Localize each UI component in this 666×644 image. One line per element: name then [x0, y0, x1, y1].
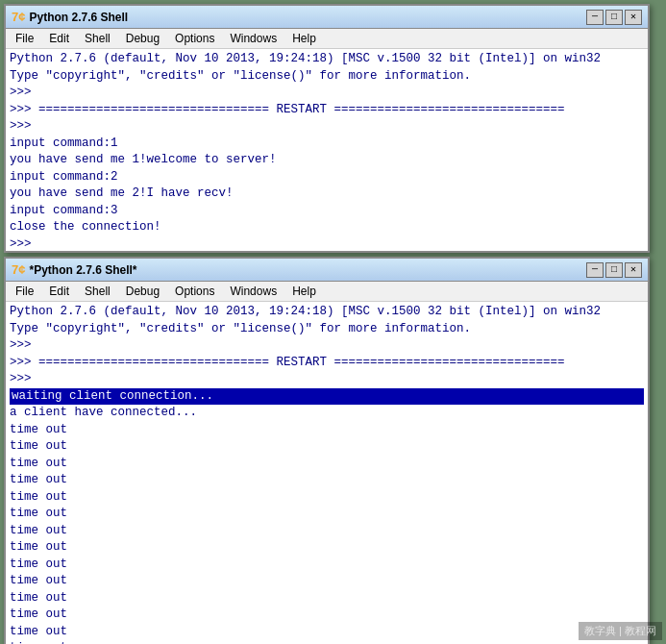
console-line: >>> — [10, 236, 644, 252]
menu-debug-2[interactable]: Debug — [118, 283, 167, 300]
console-output-2: Python 2.7.6 (default, Nov 10 2013, 19:2… — [6, 302, 648, 644]
title-bar-1[interactable]: 7¢ Python 2.7.6 Shell ─ □ ✕ — [6, 6, 648, 29]
menu-options-2[interactable]: Options — [167, 283, 222, 300]
console-line: time out — [10, 438, 644, 456]
menu-debug-1[interactable]: Debug — [118, 30, 167, 47]
menu-help-2[interactable]: Help — [284, 283, 324, 300]
menu-bar-1: File Edit Shell Debug Options Windows He… — [6, 29, 648, 49]
window-1-title-text: Python 2.7.6 Shell — [29, 11, 128, 24]
title-bar-2[interactable]: 7¢ *Python 2.7.6 Shell* ─ □ ✕ — [6, 259, 648, 282]
menu-edit-1[interactable]: Edit — [41, 30, 77, 47]
window-2-controls: ─ □ ✕ — [586, 262, 642, 278]
console-line: input command:3 — [10, 203, 644, 220]
python-icon-2: 7¢ — [12, 262, 25, 277]
console-line: time out — [10, 573, 644, 590]
menu-windows-2[interactable]: Windows — [222, 283, 284, 300]
console-output-1: Python 2.7.6 (default, Nov 10 2013, 19:2… — [6, 49, 648, 251]
console-line: time out — [10, 422, 644, 439]
close-button-2[interactable]: ✕ — [625, 262, 642, 278]
console-line: >>> — [10, 371, 644, 388]
console-line: >>> — [10, 337, 644, 355]
python-icon-1: 7¢ — [12, 10, 25, 24]
console-line: input command:2 — [10, 169, 644, 186]
console-line: time out — [10, 607, 644, 624]
console-line: input command:1 — [10, 136, 644, 153]
console-line: time out — [10, 489, 644, 507]
menu-help-1[interactable]: Help — [284, 30, 324, 47]
window-1: 7¢ Python 2.7.6 Shell ─ □ ✕ File Edit Sh… — [4, 4, 650, 253]
console-line: time out — [10, 557, 644, 574]
menu-file-1[interactable]: File — [8, 30, 41, 47]
console-line: time out — [10, 640, 644, 644]
menu-edit-2[interactable]: Edit — [41, 283, 77, 300]
console-line: time out — [10, 523, 644, 540]
console-line: time out — [10, 590, 644, 607]
minimize-button-1[interactable]: ─ — [586, 10, 604, 25]
console-line: time out — [10, 456, 644, 473]
console-line: Python 2.7.6 (default, Nov 10 2013, 19:2… — [10, 51, 644, 68]
menu-shell-2[interactable]: Shell — [77, 283, 118, 300]
menu-shell-1[interactable]: Shell — [77, 30, 118, 47]
console-line: >>> ================================ RES… — [10, 355, 644, 372]
maximize-button-1[interactable]: □ — [605, 10, 623, 25]
console-line: you have send me 1!welcome to server! — [10, 152, 644, 169]
console-line: time out — [10, 539, 644, 557]
console-line: >>> — [10, 118, 644, 136]
window-1-title: 7¢ Python 2.7.6 Shell — [12, 10, 128, 24]
console-line: close the connection! — [10, 219, 644, 236]
console-line: waiting client connection... — [10, 388, 644, 406]
window-2-title: 7¢ *Python 2.7.6 Shell* — [12, 262, 137, 277]
menu-options-1[interactable]: Options — [167, 30, 222, 47]
menu-windows-1[interactable]: Windows — [222, 30, 284, 47]
window-2: 7¢ *Python 2.7.6 Shell* ─ □ ✕ File Edit … — [4, 257, 650, 644]
console-line: time out — [10, 506, 644, 523]
console-line: >>> — [10, 85, 644, 102]
console-line: you have send me 2!I have recv! — [10, 186, 644, 203]
close-button-1[interactable]: ✕ — [625, 10, 642, 25]
console-line: time out — [10, 472, 644, 489]
console-line: a client have connected... — [10, 405, 644, 422]
console-line: Type "copyright", "credits" or "license(… — [10, 321, 644, 338]
window-2-title-text: *Python 2.7.6 Shell* — [29, 263, 136, 277]
window-1-controls: ─ □ ✕ — [586, 10, 642, 25]
console-line: >>> ================================ RES… — [10, 102, 644, 119]
minimize-button-2[interactable]: ─ — [586, 262, 604, 278]
console-line: time out — [10, 624, 644, 641]
maximize-button-2[interactable]: □ — [605, 262, 623, 278]
menu-bar-2: File Edit Shell Debug Options Windows He… — [6, 282, 648, 302]
menu-file-2[interactable]: File — [8, 283, 41, 300]
console-line: Python 2.7.6 (default, Nov 10 2013, 19:2… — [10, 304, 644, 321]
console-line: Type "copyright", "credits" or "license(… — [10, 68, 644, 86]
